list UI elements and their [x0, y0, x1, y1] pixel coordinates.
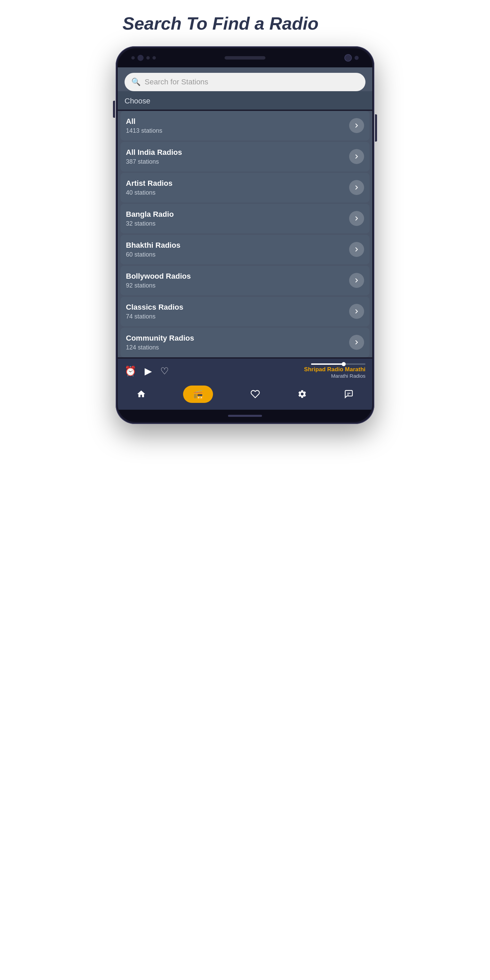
now-playing-bar: ⏰ ▶ ♡ Shripad Radio Marathi Marathi Radi…	[118, 359, 372, 382]
station-name: Community Radios	[126, 334, 194, 343]
radio-icon: 📻	[192, 389, 204, 399]
alarm-icon[interactable]: ⏰	[124, 366, 137, 377]
station-item[interactable]: Bhakthi Radios 60 stations	[121, 235, 369, 264]
progress-bar-fill	[311, 363, 344, 365]
chevron-button[interactable]	[349, 149, 364, 164]
page-title: Search To Find a Radio	[116, 14, 374, 34]
chevron-button[interactable]	[349, 211, 364, 226]
station-item[interactable]: Community Radios 124 stations	[121, 328, 369, 357]
station-name: Artist Radios	[126, 179, 172, 188]
station-info: Bollywood Radios 92 stations	[126, 272, 191, 289]
flash-dot	[355, 56, 359, 60]
station-count: 387 stations	[126, 158, 182, 165]
progress-thumb	[342, 362, 346, 366]
choose-label: Choose	[118, 91, 372, 110]
station-name: All	[126, 117, 162, 126]
station-info: Classics Radios 74 stations	[126, 303, 183, 320]
sensor-dot2	[146, 56, 150, 60]
chevron-right-icon	[353, 308, 360, 315]
station-name: All India Radios	[126, 148, 182, 157]
station-item[interactable]: All 1413 stations	[121, 111, 369, 140]
volume-button	[113, 101, 115, 118]
chevron-right-icon	[353, 339, 360, 346]
station-info: All India Radios 387 stations	[126, 148, 182, 165]
chevron-button[interactable]	[349, 180, 364, 195]
settings-icon	[298, 389, 307, 399]
station-count: 40 stations	[126, 189, 172, 196]
chevron-right-icon	[353, 277, 360, 284]
station-name: Bollywood Radios	[126, 272, 191, 281]
station-list: All 1413 stations All India Radios 387 s…	[118, 111, 372, 357]
nav-home[interactable]	[137, 389, 146, 399]
chevron-button[interactable]	[349, 242, 364, 257]
playback-controls: ⏰ ▶ ♡	[124, 366, 169, 377]
sensor-dot3	[153, 56, 156, 60]
chevron-button[interactable]	[349, 335, 364, 350]
favorites-icon	[250, 389, 260, 399]
search-icon: 🔍	[131, 78, 140, 86]
station-info: Bangla Radio 32 stations	[126, 210, 174, 227]
play-button[interactable]: ▶	[145, 366, 152, 377]
progress-bar-bg	[311, 363, 366, 365]
chevron-right-icon	[353, 246, 360, 253]
phone-device: 🔍 Search for Stations Choose All 1413 st…	[116, 46, 374, 424]
home-icon	[137, 389, 146, 399]
sensor-dot	[131, 56, 135, 60]
nav-settings[interactable]	[298, 389, 307, 399]
home-indicator	[228, 415, 262, 417]
station-item[interactable]: Classics Radios 74 stations	[121, 297, 369, 326]
station-info: Community Radios 124 stations	[126, 334, 194, 351]
search-bar[interactable]: 🔍 Search for Stations	[124, 73, 366, 91]
heart-icon[interactable]: ♡	[160, 366, 169, 377]
feedback-icon	[344, 389, 353, 399]
chevron-right-icon	[353, 153, 360, 160]
nav-feedback[interactable]	[344, 389, 353, 399]
station-name: Bangla Radio	[126, 210, 174, 219]
station-item[interactable]: Artist Radios 40 stations	[121, 173, 369, 202]
radio-active-button[interactable]: 📻	[183, 385, 213, 403]
station-info: Artist Radios 40 stations	[126, 179, 172, 196]
now-playing-genre: Marathi Radios	[169, 373, 366, 379]
speaker-bar	[224, 56, 266, 60]
nav-favorites[interactable]	[250, 389, 260, 399]
chevron-right-icon	[353, 184, 360, 191]
phone-screen: 🔍 Search for Stations Choose All 1413 st…	[118, 48, 372, 422]
chevron-button[interactable]	[349, 273, 364, 288]
station-info: All 1413 stations	[126, 117, 162, 134]
chevron-right-icon	[353, 122, 360, 129]
search-placeholder-text: Search for Stations	[145, 78, 208, 86]
now-playing-station: Shripad Radio Marathi	[169, 366, 366, 373]
phone-status-bar	[118, 48, 372, 67]
bottom-navigation: 📻	[118, 382, 372, 410]
chevron-button[interactable]	[349, 118, 364, 133]
station-count: 124 stations	[126, 344, 194, 351]
phone-home-bar	[118, 410, 372, 422]
station-count: 92 stations	[126, 282, 191, 289]
track-info: Shripad Radio Marathi Marathi Radios	[169, 363, 366, 379]
camera-lens	[344, 54, 352, 62]
station-item[interactable]: Bangla Radio 32 stations	[121, 204, 369, 234]
station-count: 1413 stations	[126, 127, 162, 134]
station-item[interactable]: Bollywood Radios 92 stations	[121, 266, 369, 295]
progress-area	[169, 363, 366, 365]
power-button	[375, 115, 377, 142]
front-camera	[137, 55, 143, 61]
station-name: Classics Radios	[126, 303, 183, 312]
search-area: 🔍 Search for Stations	[118, 67, 372, 91]
station-name: Bhakthi Radios	[126, 241, 180, 250]
chevron-right-icon	[353, 215, 360, 222]
chevron-button[interactable]	[349, 304, 364, 319]
station-item[interactable]: All India Radios 387 stations	[121, 142, 369, 172]
nav-radio[interactable]: 📻	[183, 385, 213, 403]
station-count: 60 stations	[126, 251, 180, 258]
station-info: Bhakthi Radios 60 stations	[126, 241, 180, 258]
station-count: 74 stations	[126, 313, 183, 320]
station-count: 32 stations	[126, 220, 174, 227]
